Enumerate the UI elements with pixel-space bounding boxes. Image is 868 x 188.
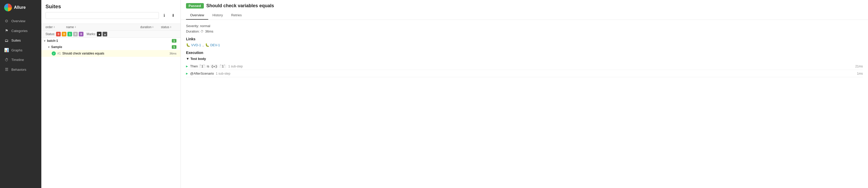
sidebar-item-timeline[interactable]: ⏱ Timeline: [0, 55, 41, 65]
th-name-label: name: [66, 25, 74, 29]
clock-icon: ⏱: [200, 30, 204, 33]
step-duration-1: 1ms: [857, 72, 863, 75]
severity-value: normal: [200, 24, 210, 28]
sidebar: Allure ⊙ Overview ⚑ Categories 🗂 Suites …: [0, 0, 41, 188]
table-header: order ⇕ name ⇕ duration ⇕: [41, 24, 181, 31]
step-label-0: Then `1` is ⦃=⦄ `1` 1 sub-step: [190, 64, 853, 68]
sidebar-item-label: Graphs: [11, 48, 23, 52]
execution-section-title: Execution: [186, 51, 863, 55]
sidebar-item-label: Behaviors: [11, 68, 26, 71]
sidebar-item-categories[interactable]: ⚑ Categories: [0, 26, 41, 36]
sidebar-item-label: Overview: [11, 19, 25, 23]
tab-retries[interactable]: Retries: [227, 11, 246, 20]
suites-header: Suites ℹ ⬇: [41, 0, 181, 24]
unknown-count: 0: [79, 32, 84, 36]
link-vvd1[interactable]: 🐛 VVD-1: [186, 43, 201, 47]
broken-count: 0: [62, 32, 66, 36]
allure-logo-icon: [4, 4, 12, 11]
batch-badge: 1: [172, 39, 177, 42]
sidebar-item-behaviors[interactable]: ☰ Behaviors: [0, 65, 41, 74]
sort-name[interactable]: name ⇕: [66, 25, 76, 29]
passed-badge: Passed: [186, 3, 204, 8]
bug-icon-dev: 🐛: [205, 43, 209, 47]
sidebar-item-label: Suites: [11, 38, 21, 42]
links-section-title: Links: [186, 37, 863, 41]
duration-row: Duration: ⏱ 36ms: [186, 29, 863, 33]
sample-collapse-icon: ▼: [48, 46, 50, 49]
skipped-count: 0: [73, 32, 78, 36]
th-duration-label: duration: [140, 25, 151, 29]
sidebar-item-label: Timeline: [11, 58, 24, 62]
download-button[interactable]: ⬇: [170, 12, 177, 19]
mark-icon-2: ▲: [102, 32, 107, 36]
step-row-1: ▶ @AfterScenario 1 sub-step 1ms: [186, 70, 863, 77]
passed-count: 1: [67, 32, 72, 36]
sort-status-icon: ⇕: [170, 26, 172, 28]
sample-row[interactable]: ▼ Sample 1: [41, 44, 181, 50]
severity-label: Severity:: [186, 24, 199, 28]
detail-body: Severity: normal Duration: ⏱ 36ms Links …: [181, 20, 868, 188]
step-duration-0: 21ms: [855, 65, 863, 68]
detail-title-row: Passed Should check variables equals: [186, 3, 863, 8]
detail-panel: Passed Should check variables equals Ove…: [181, 0, 868, 188]
timeline-icon: ⏱: [4, 58, 9, 62]
sidebar-logo: Allure: [0, 0, 41, 15]
sort-status[interactable]: status ⇕: [161, 25, 172, 29]
th-order-label: order: [45, 25, 53, 29]
graphs-icon: 📊: [4, 48, 9, 53]
tab-overview[interactable]: Overview: [186, 11, 208, 20]
sort-duration[interactable]: duration ⇕: [140, 25, 154, 29]
step-code-1a: `1`: [199, 65, 206, 68]
sidebar-item-overview[interactable]: ⊙ Overview: [0, 16, 41, 26]
link-dev1[interactable]: 🐛 DEV-1: [205, 43, 220, 47]
step-code-op: ⦃=⦄: [210, 65, 218, 68]
collapse-icon: ▼: [43, 39, 46, 42]
step-toggle-1[interactable]: ▶: [186, 72, 188, 75]
categories-icon: ⚑: [4, 28, 9, 33]
main-content: Suites ℹ ⬇ order ⇕ name ⇕: [41, 0, 868, 188]
links-row: 🐛 VVD-1 , 🐛 DEV-1: [186, 43, 863, 47]
test-label: Should check variables equals: [62, 52, 169, 55]
batch-row[interactable]: ▼ batch-1 1: [41, 38, 181, 44]
step-code-1b: `1`: [219, 65, 226, 68]
failed-count: 0: [56, 32, 61, 36]
sort-order-icon: ⇕: [53, 26, 55, 28]
marks-group: Marks: ■ ▲: [87, 32, 107, 36]
sidebar-item-suites[interactable]: 🗂 Suites: [0, 36, 41, 45]
duration-label: Duration:: [186, 29, 200, 33]
step-row-0: ▶ Then `1` is ⦃=⦄ `1` 1 sub-step 21ms: [186, 63, 863, 70]
detail-header: Passed Should check variables equals Ove…: [181, 0, 868, 20]
tab-history[interactable]: History: [208, 11, 227, 20]
sample-label: Sample: [51, 45, 172, 49]
suites-panel: Suites ℹ ⬇ order ⇕ name ⇕: [41, 0, 181, 188]
test-body-label: Test body: [190, 57, 206, 61]
batch-label: batch-1: [47, 39, 172, 42]
sort-name-icon: ⇕: [74, 26, 76, 28]
detail-title: Should check variables equals: [207, 3, 274, 8]
search-input[interactable]: [45, 12, 159, 19]
link-vvd1-label: VVD-1: [191, 43, 201, 47]
test-body-header[interactable]: ▼ Test body: [186, 57, 863, 61]
sidebar-navigation: ⊙ Overview ⚑ Categories 🗂 Suites 📊 Graph…: [0, 16, 41, 74]
collapse-arrow: ▼: [186, 57, 189, 61]
suites-toolbar: ℹ ⬇: [45, 12, 177, 19]
test-body-section: ▼ Test body ▶ Then `1` is ⦃=⦄ `1` 1 sub-…: [186, 57, 863, 77]
test-row[interactable]: ✓ #1 Should check variables equals 36ms: [41, 50, 181, 57]
info-button[interactable]: ℹ: [161, 12, 168, 19]
status-marks-bar: Status: 0 0 1 0 0 Marks: ■ ▲: [41, 31, 181, 37]
status-group: Status: 0 0 1 0 0: [45, 32, 84, 36]
sample-badge: 1: [172, 45, 177, 49]
sidebar-item-label: Categories: [11, 29, 28, 33]
step-toggle-0[interactable]: ▶: [186, 65, 188, 68]
mark-icon-1: ■: [97, 32, 101, 36]
severity-row: Severity: normal: [186, 24, 863, 28]
sidebar-item-graphs[interactable]: 📊 Graphs: [0, 45, 41, 55]
step-label-1: @AfterScenario 1 sub-step: [190, 71, 855, 75]
suites-title: Suites: [45, 4, 177, 9]
status-label: Status:: [45, 32, 55, 36]
suites-icon: 🗂: [4, 38, 9, 42]
duration-value: 36ms: [205, 29, 213, 33]
sort-duration-icon: ⇕: [152, 26, 154, 28]
behaviors-icon: ☰: [4, 67, 9, 72]
sort-order[interactable]: order ⇕: [45, 25, 55, 29]
